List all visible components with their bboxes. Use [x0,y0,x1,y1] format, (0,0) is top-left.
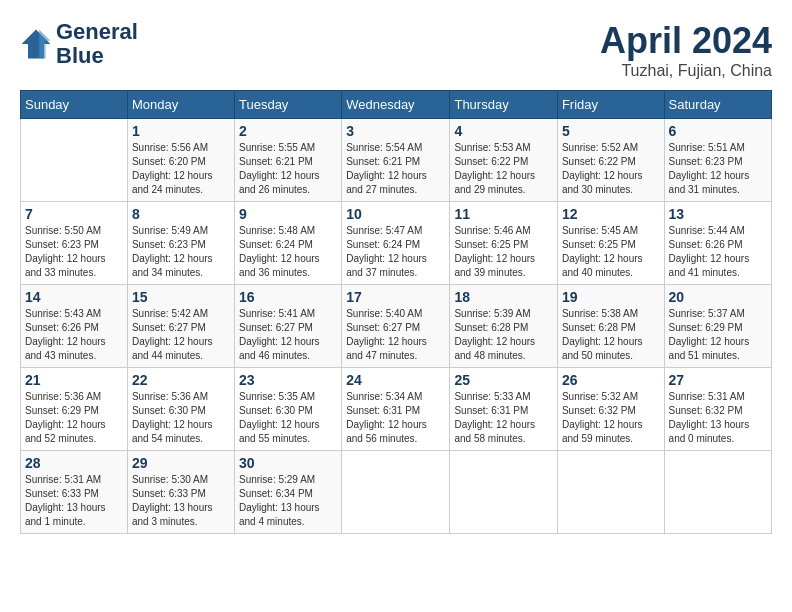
calendar-cell: 23Sunrise: 5:35 AMSunset: 6:30 PMDayligh… [234,368,341,451]
day-number: 13 [669,206,767,222]
logo-icon [20,28,52,60]
page-header: General Blue April 2024 Tuzhai, Fujian, … [20,20,772,80]
day-info: Sunrise: 5:41 AMSunset: 6:27 PMDaylight:… [239,307,337,363]
day-number: 26 [562,372,660,388]
calendar-cell: 4Sunrise: 5:53 AMSunset: 6:22 PMDaylight… [450,119,557,202]
day-info: Sunrise: 5:45 AMSunset: 6:25 PMDaylight:… [562,224,660,280]
calendar-cell [664,451,771,534]
calendar-cell: 30Sunrise: 5:29 AMSunset: 6:34 PMDayligh… [234,451,341,534]
day-number: 24 [346,372,445,388]
day-info: Sunrise: 5:32 AMSunset: 6:32 PMDaylight:… [562,390,660,446]
day-number: 8 [132,206,230,222]
location-subtitle: Tuzhai, Fujian, China [600,62,772,80]
day-info: Sunrise: 5:30 AMSunset: 6:33 PMDaylight:… [132,473,230,529]
day-info: Sunrise: 5:53 AMSunset: 6:22 PMDaylight:… [454,141,552,197]
calendar-table: SundayMondayTuesdayWednesdayThursdayFrid… [20,90,772,534]
day-number: 14 [25,289,123,305]
day-info: Sunrise: 5:29 AMSunset: 6:34 PMDaylight:… [239,473,337,529]
day-info: Sunrise: 5:42 AMSunset: 6:27 PMDaylight:… [132,307,230,363]
calendar-cell: 8Sunrise: 5:49 AMSunset: 6:23 PMDaylight… [127,202,234,285]
calendar-cell: 17Sunrise: 5:40 AMSunset: 6:27 PMDayligh… [342,285,450,368]
calendar-week-row: 1Sunrise: 5:56 AMSunset: 6:20 PMDaylight… [21,119,772,202]
calendar-cell: 1Sunrise: 5:56 AMSunset: 6:20 PMDaylight… [127,119,234,202]
day-number: 22 [132,372,230,388]
day-number: 11 [454,206,552,222]
calendar-cell [21,119,128,202]
day-info: Sunrise: 5:33 AMSunset: 6:31 PMDaylight:… [454,390,552,446]
day-info: Sunrise: 5:50 AMSunset: 6:23 PMDaylight:… [25,224,123,280]
calendar-cell: 20Sunrise: 5:37 AMSunset: 6:29 PMDayligh… [664,285,771,368]
day-of-week-header: Friday [557,91,664,119]
day-of-week-header: Saturday [664,91,771,119]
calendar-week-row: 14Sunrise: 5:43 AMSunset: 6:26 PMDayligh… [21,285,772,368]
day-info: Sunrise: 5:38 AMSunset: 6:28 PMDaylight:… [562,307,660,363]
day-info: Sunrise: 5:44 AMSunset: 6:26 PMDaylight:… [669,224,767,280]
day-number: 27 [669,372,767,388]
day-info: Sunrise: 5:31 AMSunset: 6:32 PMDaylight:… [669,390,767,446]
day-info: Sunrise: 5:48 AMSunset: 6:24 PMDaylight:… [239,224,337,280]
day-info: Sunrise: 5:54 AMSunset: 6:21 PMDaylight:… [346,141,445,197]
svg-marker-0 [22,30,51,59]
day-number: 6 [669,123,767,139]
calendar-cell: 7Sunrise: 5:50 AMSunset: 6:23 PMDaylight… [21,202,128,285]
calendar-cell: 28Sunrise: 5:31 AMSunset: 6:33 PMDayligh… [21,451,128,534]
day-number: 23 [239,372,337,388]
month-title: April 2024 [600,20,772,62]
day-number: 15 [132,289,230,305]
day-info: Sunrise: 5:40 AMSunset: 6:27 PMDaylight:… [346,307,445,363]
day-number: 17 [346,289,445,305]
day-of-week-header: Tuesday [234,91,341,119]
day-info: Sunrise: 5:31 AMSunset: 6:33 PMDaylight:… [25,473,123,529]
day-info: Sunrise: 5:56 AMSunset: 6:20 PMDaylight:… [132,141,230,197]
day-number: 25 [454,372,552,388]
day-of-week-header: Thursday [450,91,557,119]
calendar-cell: 25Sunrise: 5:33 AMSunset: 6:31 PMDayligh… [450,368,557,451]
calendar-cell: 3Sunrise: 5:54 AMSunset: 6:21 PMDaylight… [342,119,450,202]
calendar-cell [557,451,664,534]
calendar-cell: 6Sunrise: 5:51 AMSunset: 6:23 PMDaylight… [664,119,771,202]
calendar-cell: 9Sunrise: 5:48 AMSunset: 6:24 PMDaylight… [234,202,341,285]
calendar-cell: 11Sunrise: 5:46 AMSunset: 6:25 PMDayligh… [450,202,557,285]
calendar-cell: 16Sunrise: 5:41 AMSunset: 6:27 PMDayligh… [234,285,341,368]
title-block: April 2024 Tuzhai, Fujian, China [600,20,772,80]
day-info: Sunrise: 5:51 AMSunset: 6:23 PMDaylight:… [669,141,767,197]
calendar-cell: 12Sunrise: 5:45 AMSunset: 6:25 PMDayligh… [557,202,664,285]
calendar-cell: 21Sunrise: 5:36 AMSunset: 6:29 PMDayligh… [21,368,128,451]
day-number: 12 [562,206,660,222]
calendar-cell: 13Sunrise: 5:44 AMSunset: 6:26 PMDayligh… [664,202,771,285]
day-info: Sunrise: 5:49 AMSunset: 6:23 PMDaylight:… [132,224,230,280]
calendar-week-row: 21Sunrise: 5:36 AMSunset: 6:29 PMDayligh… [21,368,772,451]
day-info: Sunrise: 5:36 AMSunset: 6:30 PMDaylight:… [132,390,230,446]
calendar-cell: 2Sunrise: 5:55 AMSunset: 6:21 PMDaylight… [234,119,341,202]
calendar-cell: 26Sunrise: 5:32 AMSunset: 6:32 PMDayligh… [557,368,664,451]
calendar-cell: 14Sunrise: 5:43 AMSunset: 6:26 PMDayligh… [21,285,128,368]
calendar-cell: 5Sunrise: 5:52 AMSunset: 6:22 PMDaylight… [557,119,664,202]
day-info: Sunrise: 5:47 AMSunset: 6:24 PMDaylight:… [346,224,445,280]
logo-text: General Blue [56,20,138,68]
calendar-cell: 22Sunrise: 5:36 AMSunset: 6:30 PMDayligh… [127,368,234,451]
day-info: Sunrise: 5:36 AMSunset: 6:29 PMDaylight:… [25,390,123,446]
calendar-header-row: SundayMondayTuesdayWednesdayThursdayFrid… [21,91,772,119]
calendar-cell [342,451,450,534]
day-info: Sunrise: 5:37 AMSunset: 6:29 PMDaylight:… [669,307,767,363]
day-info: Sunrise: 5:35 AMSunset: 6:30 PMDaylight:… [239,390,337,446]
day-number: 10 [346,206,445,222]
day-number: 21 [25,372,123,388]
calendar-week-row: 7Sunrise: 5:50 AMSunset: 6:23 PMDaylight… [21,202,772,285]
day-of-week-header: Monday [127,91,234,119]
day-number: 3 [346,123,445,139]
day-info: Sunrise: 5:52 AMSunset: 6:22 PMDaylight:… [562,141,660,197]
day-info: Sunrise: 5:43 AMSunset: 6:26 PMDaylight:… [25,307,123,363]
day-number: 18 [454,289,552,305]
day-number: 16 [239,289,337,305]
day-number: 28 [25,455,123,471]
day-number: 30 [239,455,337,471]
day-number: 29 [132,455,230,471]
logo: General Blue [20,20,138,68]
day-number: 9 [239,206,337,222]
day-number: 7 [25,206,123,222]
day-of-week-header: Wednesday [342,91,450,119]
day-info: Sunrise: 5:34 AMSunset: 6:31 PMDaylight:… [346,390,445,446]
day-number: 19 [562,289,660,305]
calendar-cell: 24Sunrise: 5:34 AMSunset: 6:31 PMDayligh… [342,368,450,451]
